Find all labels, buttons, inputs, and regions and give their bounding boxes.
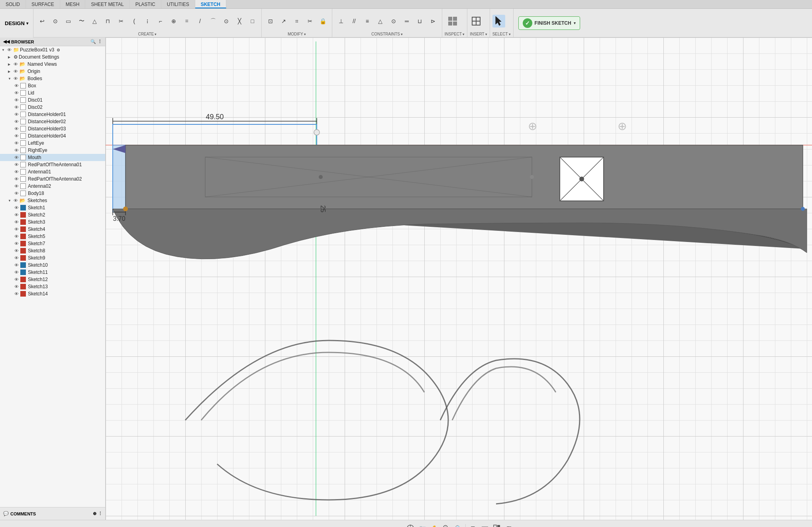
modify-btn1[interactable]: ⊡: [264, 15, 277, 28]
body-lefteye[interactable]: 👁 LeftEye: [0, 140, 105, 147]
sketch-5[interactable]: 👁 Sketch5: [0, 233, 105, 240]
sketch-10[interactable]: 👁 Sketch10: [0, 262, 105, 269]
body-distanceholder02[interactable]: 👁 DistanceHolder02: [0, 118, 105, 125]
nav-view2-btn[interactable]: ◧: [503, 523, 514, 527]
ra01-eye[interactable]: 👁: [14, 162, 19, 167]
cross-btn[interactable]: ╳: [233, 15, 246, 28]
nav-cursor-btn[interactable]: [405, 523, 416, 527]
comments-add[interactable]: ⊕: [93, 511, 96, 516]
s9-eye[interactable]: 👁: [14, 256, 19, 260]
s3-eye[interactable]: 👁: [14, 220, 19, 224]
body-disc01[interactable]: 👁 Disc01: [0, 96, 105, 104]
con-btn5[interactable]: ⊙: [387, 15, 400, 28]
sketch-8[interactable]: 👁 Sketch8: [0, 247, 105, 254]
tree-sketches[interactable]: 👁 📂 Sketches: [0, 197, 105, 204]
modify-label[interactable]: MODIFY▾: [264, 32, 330, 36]
body-distanceholder01[interactable]: 👁 DistanceHolder01: [0, 111, 105, 118]
root-eye[interactable]: 👁: [7, 47, 12, 52]
nav-search-btn[interactable]: 🔍: [453, 523, 464, 527]
con-btn1[interactable]: ⊥: [335, 15, 347, 28]
s11-eye[interactable]: 👁: [14, 270, 19, 275]
s7-eye[interactable]: 👁: [14, 241, 19, 246]
body-redantenna02[interactable]: 👁 RedPartOfTheAntenna02: [0, 175, 105, 183]
inspect-btn1[interactable]: [445, 15, 461, 28]
bodies-eye[interactable]: 👁: [14, 76, 18, 81]
tab-surface[interactable]: SURFACE: [26, 0, 60, 8]
ellipse-btn[interactable]: ⊙: [220, 15, 233, 28]
body-box[interactable]: 👁 Box: [0, 82, 105, 89]
tab-sheet-metal[interactable]: SHEET METAL: [85, 0, 129, 8]
tree-root[interactable]: 👁 📁 PuzzleBox01 v3 ⚙: [0, 46, 105, 53]
sq-btn[interactable]: □: [246, 15, 259, 28]
sketch-7[interactable]: 👁 Sketch7: [0, 240, 105, 247]
body-distanceholder04[interactable]: 👁 DistanceHolder04: [0, 132, 105, 140]
disc01-eye[interactable]: 👁: [14, 98, 19, 102]
ra02-eye[interactable]: 👁: [14, 177, 19, 181]
scissors-btn[interactable]: ✂: [115, 15, 127, 28]
modify-btn4[interactable]: ✂: [304, 15, 316, 28]
inspect-label[interactable]: INSPECT▾: [445, 32, 465, 36]
named-views-eye[interactable]: 👁: [14, 62, 18, 67]
body-distanceholder03[interactable]: 👁 DistanceHolder03: [0, 125, 105, 132]
comments-menu[interactable]: ⋮: [98, 511, 102, 516]
named-views-expand[interactable]: [8, 62, 12, 66]
bodies-expand[interactable]: [8, 77, 12, 81]
tab-mesh[interactable]: MESH: [60, 0, 86, 8]
sketch-2[interactable]: 👁 Sketch2: [0, 211, 105, 218]
arc-btn[interactable]: 〜: [75, 15, 88, 28]
create-label[interactable]: CREATE▾: [36, 32, 259, 36]
equal-btn[interactable]: =: [180, 15, 193, 28]
tab-utilities[interactable]: UTILITIES: [161, 0, 195, 8]
righteye-eye[interactable]: 👁: [14, 148, 19, 153]
undo-btn[interactable]: ↩: [36, 15, 49, 28]
nav-hand-btn[interactable]: ✋: [429, 523, 440, 527]
con-btn4[interactable]: △: [374, 15, 387, 28]
tree-named-views[interactable]: 👁 📂 Named Views: [0, 61, 105, 68]
con-btn2[interactable]: //: [348, 15, 361, 28]
s2-eye[interactable]: 👁: [14, 212, 19, 217]
tab-solid[interactable]: SOLID: [0, 0, 26, 8]
ant01-eye[interactable]: 👁: [14, 169, 19, 174]
modify-btn2[interactable]: ↗: [277, 15, 290, 28]
con-btn3[interactable]: ≡: [361, 15, 374, 28]
viewport[interactable]: 49.50: [106, 37, 812, 520]
finish-sketch-button[interactable]: ✓ FINISH SKETCH ▾: [518, 16, 580, 30]
nav-view-btn[interactable]: [491, 523, 502, 527]
sketch-9[interactable]: 👁 Sketch9: [0, 254, 105, 262]
tree-bodies[interactable]: 👁 📂 Bodies: [0, 75, 105, 82]
s12-eye[interactable]: 👁: [14, 277, 19, 282]
circle-btn[interactable]: ⊙: [49, 15, 62, 28]
modify-btn5[interactable]: 🔒: [317, 15, 330, 28]
s4-eye[interactable]: 👁: [14, 227, 19, 232]
nav-grid-btn[interactable]: ⊞: [467, 523, 479, 527]
plus-btn[interactable]: ⊕: [167, 15, 180, 28]
rect-btn[interactable]: ▭: [62, 15, 75, 28]
sketch-4[interactable]: 👁 Sketch4: [0, 226, 105, 233]
body-mouth[interactable]: 👁 Mouth: [0, 154, 105, 161]
s5-eye[interactable]: 👁: [14, 234, 19, 239]
browser-search[interactable]: 🔍: [90, 39, 96, 44]
body-antenna02[interactable]: 👁 Antenna02: [0, 183, 105, 190]
sketch-1[interactable]: 👁 Sketch1: [0, 204, 105, 211]
angle-btn[interactable]: /: [194, 15, 206, 28]
tab-sketch[interactable]: SKETCH: [195, 0, 226, 8]
triangle-btn[interactable]: △: [88, 15, 101, 28]
mouth-eye[interactable]: 👁: [14, 155, 19, 160]
body-disc02[interactable]: 👁 Disc02: [0, 104, 105, 111]
box-eye[interactable]: 👁: [14, 83, 19, 88]
back-arrow[interactable]: ◀◀: [3, 39, 10, 44]
nav-layers-btn[interactable]: [479, 523, 490, 527]
body-redantenna01[interactable]: 👁 RedPartOfTheAntenna01: [0, 161, 105, 168]
browser-menu[interactable]: ⋮: [98, 39, 102, 44]
root-expand[interactable]: [2, 48, 6, 52]
select-label[interactable]: SELECT▾: [492, 32, 511, 36]
sketch-12[interactable]: 👁 Sketch12: [0, 276, 105, 283]
design-button[interactable]: DESIGN ▾: [0, 9, 33, 37]
sketches-eye[interactable]: 👁: [14, 198, 18, 203]
body-righteye[interactable]: 👁 RightEye: [0, 147, 105, 154]
offset-btn[interactable]: ⌐: [154, 15, 167, 28]
body18-eye[interactable]: 👁: [14, 191, 19, 196]
doc-expand[interactable]: [8, 55, 12, 59]
s10-eye[interactable]: 👁: [14, 263, 19, 267]
s1-eye[interactable]: 👁: [14, 205, 19, 210]
